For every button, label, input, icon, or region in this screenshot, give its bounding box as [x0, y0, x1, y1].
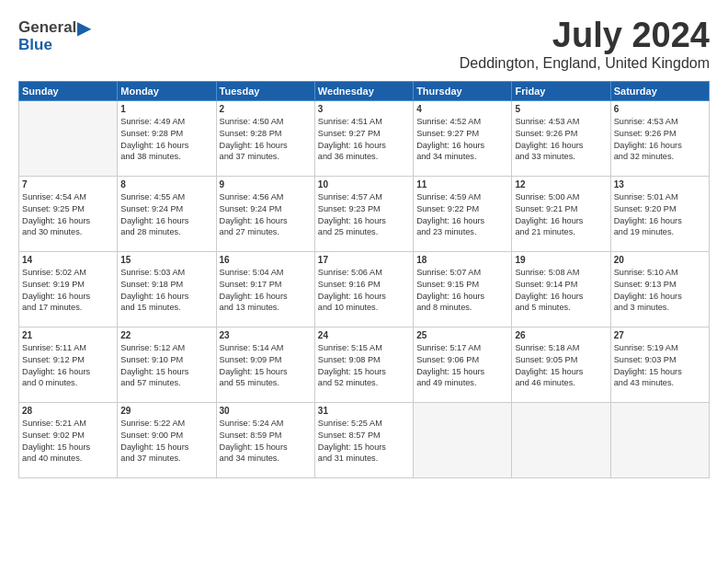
day-info: Sunrise: 5:07 AMSunset: 9:15 PMDaylight:…	[416, 267, 508, 315]
info-line: Sunrise: 5:24 AM	[220, 419, 284, 428]
calendar-cell	[610, 402, 709, 477]
info-line: and 55 minutes.	[220, 378, 279, 387]
info-line: and 21 minutes.	[515, 227, 574, 236]
info-line: Sunset: 9:18 PM	[120, 280, 183, 289]
info-line: Daylight: 16 hours	[614, 292, 682, 301]
calendar-cell: 31Sunrise: 5:25 AMSunset: 8:57 PMDayligh…	[314, 402, 413, 477]
day-number: 1	[120, 104, 212, 114]
day-number: 3	[318, 104, 410, 114]
info-line: Sunset: 9:09 PM	[220, 355, 282, 364]
day-number: 23	[220, 330, 312, 340]
info-line: and 37 minutes.	[220, 152, 279, 161]
info-line: and 10 minutes.	[318, 303, 378, 312]
calendar-cell	[19, 100, 118, 176]
day-info: Sunrise: 5:24 AMSunset: 8:59 PMDaylight:…	[220, 418, 312, 465]
info-line: Sunrise: 5:14 AM	[220, 343, 284, 352]
info-line: Daylight: 16 hours	[22, 216, 90, 225]
day-info: Sunrise: 5:08 AMSunset: 9:14 PMDaylight:…	[515, 267, 607, 315]
info-line: Daylight: 16 hours	[22, 292, 90, 301]
info-line: Sunrise: 5:22 AM	[120, 419, 185, 428]
day-info: Sunrise: 5:11 AMSunset: 9:12 PMDaylight:…	[22, 342, 114, 390]
day-info: Sunrise: 4:56 AMSunset: 9:24 PMDaylight:…	[220, 191, 312, 239]
info-line: Sunset: 9:17 PM	[220, 280, 282, 289]
info-line: Sunset: 9:28 PM	[220, 129, 282, 138]
title-block: July 2024 Deddington, England, United Ki…	[460, 17, 710, 72]
logo-general: General	[18, 18, 76, 37]
info-line: Sunset: 9:00 PM	[120, 431, 183, 440]
day-number: 22	[120, 330, 212, 340]
info-line: and 38 minutes.	[120, 152, 180, 161]
calendar-cell: 16Sunrise: 5:04 AMSunset: 9:17 PMDayligh…	[216, 251, 314, 327]
calendar-cell: 7Sunrise: 4:54 AMSunset: 9:25 PMDaylight…	[19, 176, 118, 251]
info-line: Sunrise: 4:49 AM	[120, 117, 185, 126]
info-line: Daylight: 16 hours	[120, 216, 188, 225]
info-line: Daylight: 15 hours	[120, 442, 188, 452]
day-number: 25	[416, 330, 508, 340]
info-line: Sunrise: 5:25 AM	[318, 419, 382, 428]
info-line: Sunset: 9:23 PM	[318, 204, 381, 213]
logo-arrow: ▶	[77, 17, 91, 39]
day-info: Sunrise: 5:14 AMSunset: 9:09 PMDaylight:…	[220, 342, 312, 390]
calendar-cell: 23Sunrise: 5:14 AMSunset: 9:09 PMDayligh…	[216, 327, 314, 402]
info-line: Daylight: 15 hours	[318, 367, 386, 376]
day-number: 8	[120, 179, 212, 190]
info-line: Sunrise: 4:51 AM	[318, 117, 382, 126]
info-line: Sunrise: 5:02 AM	[22, 268, 86, 277]
info-line: Sunset: 9:24 PM	[220, 204, 282, 213]
info-line: Daylight: 15 hours	[416, 367, 484, 376]
day-number: 17	[318, 255, 410, 265]
info-line: and 32 minutes.	[614, 152, 674, 161]
calendar-cell: 20Sunrise: 5:10 AMSunset: 9:13 PMDayligh…	[610, 251, 709, 327]
day-info: Sunrise: 5:12 AMSunset: 9:10 PMDaylight:…	[120, 342, 212, 390]
info-line: Daylight: 16 hours	[318, 216, 386, 225]
header: General ▶ Blue July 2024 Deddington, Eng…	[18, 17, 710, 72]
info-line: Daylight: 15 hours	[220, 367, 288, 376]
info-line: Daylight: 15 hours	[614, 367, 682, 376]
info-line: and 46 minutes.	[515, 378, 574, 387]
info-line: and 27 minutes.	[220, 227, 279, 236]
day-info: Sunrise: 5:02 AMSunset: 9:19 PMDaylight:…	[22, 267, 114, 315]
calendar-cell: 25Sunrise: 5:17 AMSunset: 9:06 PMDayligh…	[414, 327, 512, 402]
info-line: Sunset: 9:19 PM	[22, 280, 85, 289]
calendar-cell: 24Sunrise: 5:15 AMSunset: 9:08 PMDayligh…	[314, 327, 413, 402]
info-line: Sunset: 9:10 PM	[120, 355, 183, 364]
calendar-cell: 10Sunrise: 4:57 AMSunset: 9:23 PMDayligh…	[314, 176, 413, 251]
info-line: Daylight: 16 hours	[515, 216, 583, 225]
week-row-1: 1Sunrise: 4:49 AMSunset: 9:28 PMDaylight…	[19, 100, 710, 176]
day-info: Sunrise: 5:04 AMSunset: 9:17 PMDaylight:…	[220, 267, 312, 315]
info-line: Daylight: 15 hours	[318, 442, 386, 452]
info-line: Sunrise: 5:19 AM	[614, 343, 678, 352]
calendar-cell: 26Sunrise: 5:18 AMSunset: 9:05 PMDayligh…	[512, 327, 610, 402]
info-line: and 13 minutes.	[220, 303, 279, 312]
info-line: and 52 minutes.	[318, 378, 378, 387]
info-line: Sunset: 9:15 PM	[416, 280, 479, 289]
info-line: Sunrise: 5:21 AM	[22, 419, 86, 428]
day-info: Sunrise: 4:57 AMSunset: 9:23 PMDaylight:…	[318, 191, 410, 239]
info-line: and 8 minutes.	[416, 303, 472, 312]
info-line: Sunset: 9:03 PM	[614, 355, 677, 364]
info-line: Sunrise: 4:56 AM	[220, 192, 284, 201]
calendar-cell: 3Sunrise: 4:51 AMSunset: 9:27 PMDaylight…	[314, 100, 413, 176]
info-line: Daylight: 15 hours	[515, 367, 583, 376]
calendar-cell: 18Sunrise: 5:07 AMSunset: 9:15 PMDayligh…	[414, 251, 512, 327]
calendar-cell: 5Sunrise: 4:53 AMSunset: 9:26 PMDaylight…	[512, 100, 610, 176]
day-number: 26	[515, 330, 607, 340]
info-line: and 0 minutes.	[22, 378, 77, 387]
info-line: and 25 minutes.	[318, 227, 378, 236]
info-line: Sunrise: 5:06 AM	[318, 268, 382, 277]
info-line: Sunrise: 5:12 AM	[120, 343, 185, 352]
info-line: and 5 minutes.	[515, 303, 570, 312]
th-tuesday: Tuesday	[216, 81, 314, 100]
day-info: Sunrise: 5:19 AMSunset: 9:03 PMDaylight:…	[614, 342, 706, 390]
day-info: Sunrise: 4:50 AMSunset: 9:28 PMDaylight:…	[220, 116, 312, 164]
info-line: Sunrise: 5:01 AM	[614, 192, 678, 201]
info-line: Sunrise: 4:59 AM	[416, 192, 481, 201]
info-line: Daylight: 16 hours	[416, 292, 484, 301]
day-number: 15	[120, 255, 212, 265]
calendar-cell: 2Sunrise: 4:50 AMSunset: 9:28 PMDaylight…	[216, 100, 314, 176]
info-line: and 36 minutes.	[318, 152, 378, 161]
info-line: Sunrise: 4:55 AM	[120, 192, 185, 201]
calendar-cell: 30Sunrise: 5:24 AMSunset: 8:59 PMDayligh…	[216, 402, 314, 477]
calendar-cell: 4Sunrise: 4:52 AMSunset: 9:27 PMDaylight…	[414, 100, 512, 176]
day-info: Sunrise: 4:53 AMSunset: 9:26 PMDaylight:…	[614, 116, 706, 164]
